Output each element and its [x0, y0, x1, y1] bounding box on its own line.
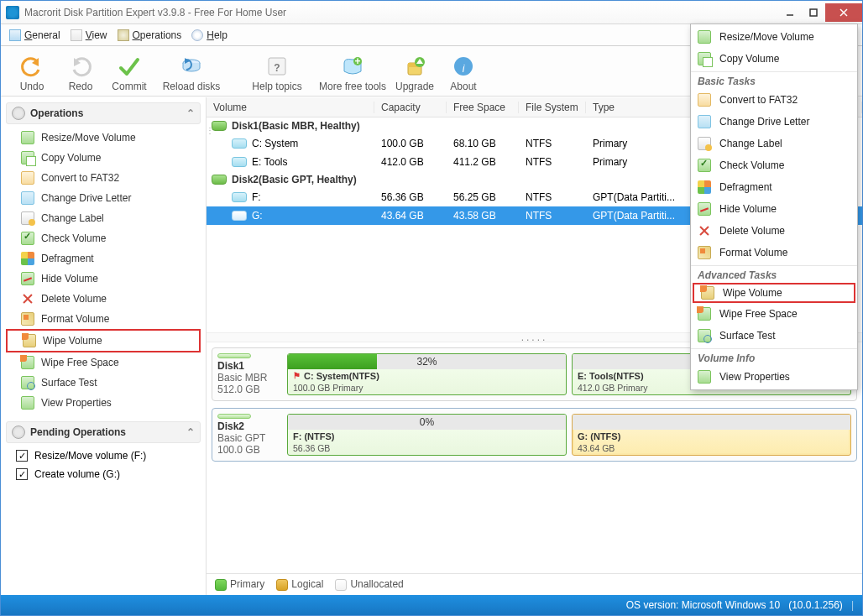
ctx-item-check-volume[interactable]: Check Volume: [691, 154, 857, 176]
partition-sublabel: 43.64 GB: [573, 443, 850, 453]
help-topics-button[interactable]: ?Help topics: [239, 54, 315, 92]
sidebar-item-defragment[interactable]: Defragment: [6, 248, 201, 269]
svg-rect-1: [810, 9, 817, 16]
context-menu: Resize/Move VolumeCopy VolumeBasic Tasks…: [690, 23, 858, 390]
status-bar: OS version: Microsoft Windows 10 (10.0.1…: [1, 595, 862, 615]
operations-header[interactable]: Operations ⌃: [6, 102, 201, 124]
col-capacity[interactable]: Capacity: [374, 102, 447, 113]
sidebar-item-label: Convert to FAT32: [41, 172, 119, 184]
menu-operations[interactable]: Operations: [112, 28, 187, 43]
volume-free: 56.25 GB: [447, 191, 519, 203]
wipe-icon: [23, 334, 36, 347]
ctx-group-volume-info: Volume Info: [691, 348, 857, 366]
ctx-item-resize-move-volume[interactable]: Resize/Move Volume: [691, 26, 857, 48]
undo-button[interactable]: Undo: [8, 54, 56, 92]
more-free-tools-button[interactable]: +More free tools: [315, 54, 390, 92]
sidebar-item-label: Resize/Move Volume: [41, 132, 136, 144]
resize-icon: [698, 30, 711, 44]
col-file-system[interactable]: File System: [519, 102, 586, 113]
partition-box[interactable]: G: (NTFS)43.64 GB: [572, 414, 851, 456]
volume-name: E: Tools: [252, 156, 287, 168]
check-icon: [698, 159, 711, 172]
ctx-item-change-label[interactable]: Change Label: [691, 133, 857, 154]
ctx-item-surface-test[interactable]: Surface Test: [691, 325, 857, 347]
redo-button[interactable]: Redo: [56, 54, 105, 92]
sidebar-item-surface-test[interactable]: Surface Test: [6, 373, 201, 393]
pending-operations-header[interactable]: Pending Operations ⌃: [6, 421, 201, 443]
close-button[interactable]: [825, 3, 862, 22]
format-icon: [698, 246, 711, 259]
maximize-button[interactable]: [802, 3, 825, 22]
ctx-item-copy-volume[interactable]: Copy Volume: [691, 48, 857, 70]
sidebar-item-delete-volume[interactable]: Delete Volume: [6, 289, 201, 309]
check-icon: [21, 232, 34, 245]
partition-box[interactable]: 0%F: (NTFS)56.36 GB: [287, 414, 567, 456]
operations-list: Resize/Move VolumeCopy VolumeConvert to …: [6, 128, 201, 413]
volume-free: 43.58 GB: [447, 210, 519, 222]
svg-text:?: ?: [274, 62, 280, 74]
sidebar-item-label: View Properties: [41, 397, 112, 409]
ctx-item-wipe-volume[interactable]: Wipe Volume: [693, 283, 855, 303]
ctx-item-label: Convert to FAT32: [719, 94, 798, 106]
ctx-item-format-volume[interactable]: Format Volume: [691, 242, 857, 264]
col-volume[interactable]: Volume: [207, 102, 374, 113]
sidebar-item-hide-volume[interactable]: Hide Volume: [6, 269, 201, 289]
ctx-item-view-properties[interactable]: View Properties: [691, 366, 857, 388]
resize-icon: [21, 131, 34, 144]
operations-icon: [118, 29, 129, 41]
format-icon: [21, 312, 34, 326]
partition-sublabel: 100.0 GB Primary: [288, 383, 566, 393]
sidebar-item-change-drive-letter[interactable]: Change Drive Letter: [6, 188, 201, 208]
sidebar-item-wipe-volume[interactable]: Wipe Volume: [6, 329, 201, 352]
sidebar-item-copy-volume[interactable]: Copy Volume: [6, 148, 201, 168]
ctx-item-delete-volume[interactable]: Delete Volume: [691, 220, 857, 242]
ctx-item-label: Delete Volume: [719, 225, 785, 237]
disk-name: Disk1: [217, 360, 244, 372]
chevron-up-icon: ⌃: [186, 426, 195, 438]
sidebar-item-change-label[interactable]: Change Label: [6, 208, 201, 228]
sidebar-item-resize-move-volume[interactable]: Resize/Move Volume: [6, 128, 201, 148]
upgrade-button[interactable]: Upgrade: [390, 54, 439, 92]
ctx-item-defragment[interactable]: Defragment: [691, 176, 857, 198]
pending-header-label: Pending Operations: [30, 426, 126, 438]
disk-size: 512.0 GB: [217, 384, 260, 395]
volume-name: G:: [252, 210, 263, 222]
pending-item[interactable]: Resize/Move volume (F:): [6, 446, 201, 465]
build-version: (10.0.1.256): [788, 599, 843, 611]
ctx-item-wipe-free-space[interactable]: Wipe Free Space: [691, 303, 857, 325]
menu-view[interactable]: View: [65, 28, 112, 43]
disk-card-2[interactable]: Disk2 Basic GPT 100.0 GB 0%F: (NTFS)56.3…: [212, 408, 857, 462]
commit-button[interactable]: Commit: [105, 54, 154, 92]
sidebar-item-format-volume[interactable]: Format Volume: [6, 309, 201, 329]
fat32-icon: [698, 93, 711, 107]
ctx-item-convert-to-fat32[interactable]: Convert to FAT32: [691, 89, 857, 111]
sidebar-item-label: Delete Volume: [41, 293, 107, 305]
pending-item[interactable]: Create volume (G:): [6, 465, 201, 483]
ctx-item-hide-volume[interactable]: Hide Volume: [691, 198, 857, 220]
about-button[interactable]: iAbout: [439, 54, 488, 92]
menu-general[interactable]: General: [4, 28, 65, 43]
sidebar-item-check-volume[interactable]: Check Volume: [6, 228, 201, 248]
partition-box[interactable]: 32%⚑C: System(NTFS)100.0 GB Primary: [287, 353, 567, 395]
sidebar-item-wipe-free-space[interactable]: Wipe Free Space: [6, 352, 201, 373]
sidebar-item-label: Surface Test: [41, 377, 97, 389]
wipe-icon: [701, 286, 714, 300]
reload-disks-button[interactable]: Reload disks: [154, 54, 229, 92]
volume-free: 68.10 GB: [447, 138, 519, 149]
col-free-space[interactable]: Free Space: [447, 102, 519, 113]
volume-capacity: 43.64 GB: [374, 210, 447, 222]
sidebar-item-view-properties[interactable]: View Properties: [6, 393, 201, 413]
view-icon: [71, 29, 82, 41]
svg-text:i: i: [463, 63, 465, 75]
ctx-item-change-drive-letter[interactable]: Change Drive Letter: [691, 111, 857, 133]
sidebar-resize-handle[interactable]: ⋮: [206, 126, 213, 135]
props-icon: [21, 396, 34, 410]
volume-icon: [232, 138, 247, 149]
ctx-item-label: Check Volume: [719, 159, 784, 171]
app-icon: [6, 6, 19, 19]
volume-name: F:: [252, 191, 261, 203]
disk-title: Disk2(Basic GPT, Healthy): [232, 174, 357, 185]
menu-help[interactable]: Help: [186, 28, 233, 43]
minimize-button[interactable]: [778, 3, 802, 22]
sidebar-item-convert-to-fat32[interactable]: Convert to FAT32: [6, 168, 201, 188]
